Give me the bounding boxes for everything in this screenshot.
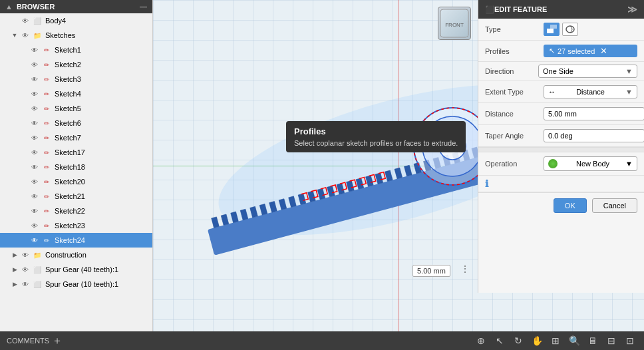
orbit-tool-btn[interactable]: ↻ (511, 333, 526, 348)
tree-item-construction[interactable]: ▶ 👁 📁 Construction (0, 248, 152, 262)
tree-item-sketch24[interactable]: 👁 ✏ Sketch24 (0, 233, 152, 248)
tree-item-sketch18[interactable]: 👁 ✏ Sketch18 (0, 160, 152, 174)
sketch5-label: Sketch5 (55, 104, 81, 112)
extrude-type-btn[interactable] (544, 23, 560, 36)
sketch2-label: Sketch2 (55, 61, 81, 69)
construction-expand-arrow[interactable]: ▶ (11, 252, 19, 258)
spur-gear-10-expand[interactable]: ▶ (11, 281, 19, 287)
zoom-window-tool-btn[interactable]: 🔍 (567, 333, 581, 348)
tree-item-sketch1[interactable]: 👁 ✏ Sketch1 (0, 43, 152, 57)
sketches-expand-arrow[interactable]: ▼ (11, 32, 19, 39)
sketch6-icon: ✏ (41, 120, 52, 127)
tree-item-sketch20[interactable]: 👁 ✏ Sketch20 (0, 174, 152, 189)
tree-item-sketch6[interactable]: 👁 ✏ Sketch6 (0, 116, 152, 130)
info-row: ℹ (478, 176, 644, 192)
body4-label: Body4 (45, 17, 66, 25)
sketch3-icon: ✏ (41, 76, 52, 83)
tree-item-spur-gear-40[interactable]: ▶ 👁 ⬜ Spur Gear (40 teeth):1 (0, 262, 152, 277)
sketch4-label: Sketch4 (55, 90, 81, 98)
sketch21-eye[interactable]: 👁 (29, 193, 40, 200)
sketch22-eye[interactable]: 👁 (29, 208, 40, 215)
navigate-tool-btn[interactable]: ⊕ (474, 333, 488, 348)
sketch18-eye[interactable]: 👁 (29, 164, 40, 171)
operation-arrow-icon: ▼ (625, 160, 633, 168)
sketch23-eye[interactable]: 👁 (29, 222, 40, 230)
body-icon: ⬜ (32, 17, 43, 25)
tree-item-sketches[interactable]: ▼ 👁 📁 Sketches (0, 28, 152, 43)
cancel-button[interactable]: Cancel (592, 198, 637, 213)
browser-collapse-icon[interactable]: — (140, 3, 147, 11)
edit-panel-header: ⬛ EDIT FEATURE ≫ (478, 0, 644, 19)
sketch3-eye[interactable]: 👁 (29, 76, 40, 83)
spur-gear-40-eye[interactable]: 👁 (20, 266, 31, 273)
sketch24-icon: ✏ (41, 237, 52, 244)
comments-add-btn[interactable]: ＋ (52, 334, 63, 348)
tree-item-body4[interactable]: 👁 ⬜ Body4 (0, 13, 152, 28)
pan-tool-btn[interactable]: ✋ (530, 333, 544, 348)
profiles-chip[interactable]: ↖ 27 selected ✕ (544, 45, 637, 57)
sketch5-icon: ✏ (41, 105, 52, 112)
tree-item-sketch22[interactable]: 👁 ✏ Sketch22 (0, 204, 152, 218)
sketch17-eye[interactable]: 👁 (29, 149, 40, 156)
profiles-clear-btn[interactable]: ✕ (600, 46, 607, 56)
edit-panel-icon: ⬛ (485, 5, 494, 14)
sketch20-eye[interactable]: 👁 (29, 178, 40, 186)
distance-input[interactable] (544, 107, 644, 120)
direction-label: Direction (485, 67, 538, 75)
ok-button[interactable]: OK (554, 198, 587, 213)
sketch6-eye[interactable]: 👁 (29, 120, 40, 127)
type-buttons (544, 23, 578, 36)
browser-panel: ▲ BROWSER — 👁 ⬜ Body4 ▼ 👁 📁 Sketches 👁 ✏… (0, 0, 153, 331)
display-tool-btn[interactable]: 🖥 (585, 333, 600, 348)
zoom-fit-tool-btn[interactable]: ⊞ (548, 333, 563, 348)
direction-select[interactable]: One Side ▼ (538, 65, 637, 78)
snap-tool-btn[interactable]: ⊡ (623, 333, 637, 348)
edit-feature-panel: ⬛ EDIT FEATURE ≫ Type Profiles ↖ 27 sele… (478, 0, 644, 293)
sketch20-label: Sketch20 (55, 178, 85, 186)
spur-gear-40-expand[interactable]: ▶ (11, 266, 19, 273)
taper-angle-input[interactable] (544, 129, 644, 142)
sketch17-icon: ✏ (41, 149, 52, 156)
bottom-tools: ⊕ ↖ ↻ ✋ ⊞ 🔍 🖥 ⊟ ⊡ (474, 333, 637, 348)
bottom-left: COMMENTS ＋ (7, 334, 63, 348)
grid-tool-btn[interactable]: ⊟ (604, 333, 619, 348)
sketch20-icon: ✏ (41, 178, 52, 186)
cursor-icon: ↖ (549, 47, 555, 55)
operation-select[interactable]: New Body ▼ (544, 156, 637, 171)
sketch2-eye[interactable]: 👁 (29, 61, 40, 69)
construction-eye[interactable]: 👁 (20, 252, 31, 259)
construction-label: Construction (45, 251, 86, 259)
edit-panel-expand-btn[interactable]: ≫ (627, 4, 637, 15)
tree-item-sketch4[interactable]: 👁 ✏ Sketch4 (0, 87, 152, 101)
sketch7-eye[interactable]: 👁 (29, 134, 40, 142)
sketch24-eye[interactable]: 👁 (29, 237, 40, 244)
tree-item-sketch3[interactable]: 👁 ✏ Sketch3 (0, 72, 152, 87)
spur-gear-10-eye[interactable]: 👁 (20, 281, 31, 288)
tooltip-title: Profiles (294, 126, 458, 136)
spur-gear-10-icon: ⬜ (32, 281, 43, 288)
tree-item-sketch17[interactable]: 👁 ✏ Sketch17 (0, 145, 152, 160)
extent-type-select[interactable]: ↔ Distance ▼ (544, 85, 637, 98)
dimension-dots[interactable]: ⋮ (460, 263, 470, 274)
tree-item-sketch21[interactable]: 👁 ✏ Sketch21 (0, 189, 152, 204)
sketch5-eye[interactable]: 👁 (29, 105, 40, 112)
cube-face[interactable]: FRONT (438, 7, 471, 40)
sketch1-label: Sketch1 (55, 46, 81, 54)
tree-item-sketch7[interactable]: 👁 ✏ Sketch7 (0, 130, 152, 145)
profiles-label: Profiles (485, 47, 538, 55)
sketch1-eye[interactable]: 👁 (29, 47, 40, 54)
tree-item-sketch2[interactable]: 👁 ✏ Sketch2 (0, 57, 152, 72)
sketch17-label: Sketch17 (55, 148, 85, 156)
extent-type-icon: ↔ (548, 88, 556, 96)
tree-item-spur-gear-10[interactable]: ▶ 👁 ⬜ Spur Gear (10 teeth):1 (0, 277, 152, 291)
tree-item-sketch23[interactable]: 👁 ✏ Sketch23 (0, 218, 152, 233)
eye-icon[interactable]: 👁 (20, 17, 31, 25)
arrow-tool-btn[interactable]: ↖ (492, 333, 507, 348)
sketch4-eye[interactable]: 👁 (29, 90, 40, 98)
tree-item-sketch5[interactable]: 👁 ✏ Sketch5 (0, 101, 152, 116)
nav-cube[interactable]: FRONT (438, 7, 471, 40)
sketches-eye-icon[interactable]: 👁 (20, 32, 31, 39)
revolve-type-btn[interactable] (562, 23, 578, 36)
bottom-bar: COMMENTS ＋ ⊕ ↖ ↻ ✋ ⊞ 🔍 🖥 ⊟ ⊡ (0, 331, 644, 350)
browser-header: ▲ BROWSER — (0, 0, 152, 13)
